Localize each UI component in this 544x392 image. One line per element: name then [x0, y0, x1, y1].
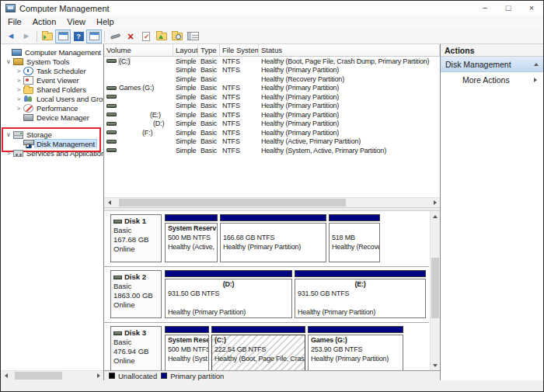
- actions-group-disk-management[interactable]: Disk Management: [441, 57, 543, 72]
- action-pane-toggle-icon[interactable]: [86, 29, 102, 43]
- close-button[interactable]: ×: [520, 1, 543, 16]
- volume-row-f[interactable]: (F:) Simple Basic NTFS Healthy (Primary …: [104, 128, 440, 137]
- volume-list-horizontal-scrollbar[interactable]: [104, 197, 440, 207]
- pointer-icon[interactable]: [107, 29, 123, 43]
- maximize-button[interactable]: □: [497, 1, 520, 16]
- expander-icon[interactable]: >: [14, 77, 23, 84]
- volume-status: Healthy (Primary Partition): [259, 111, 440, 119]
- scrollbar-thumb[interactable]: [431, 258, 439, 319]
- sidebar-item-event-viewer[interactable]: > Event Viewer: [1, 75, 103, 85]
- folder-icon[interactable]: [40, 29, 55, 43]
- partition-games-g[interactable]: Games (G:) 253.90 GB NTFS Healthy (Prima…: [308, 326, 403, 370]
- volume-filesystem: NTFS: [220, 84, 259, 92]
- folder-search-icon[interactable]: [169, 29, 185, 43]
- volume-row-d[interactable]: (D:) Simple Basic NTFS Healthy (Primary …: [104, 120, 440, 129]
- volume-name: (D:): [153, 120, 164, 127]
- minimize-button[interactable]: −: [473, 1, 497, 16]
- sidebar-item-system-tools[interactable]: ∨ System Tools: [1, 57, 103, 66]
- menu-action[interactable]: Action: [27, 16, 62, 29]
- sidebar-item-disk-management[interactable]: Disk Management: [1, 139, 103, 148]
- volume-filesystem: NTFS: [220, 147, 259, 154]
- volume-row-blank[interactable]: Simple Basic NTFS Healthy (Active, Prima…: [104, 137, 440, 147]
- volume-row-blank[interactable]: Simple Basic Healthy (Recovery Partition…: [104, 75, 440, 84]
- expander-icon[interactable]: >: [14, 105, 23, 112]
- sidebar-item-local-users-and-groups[interactable]: > Local Users and Groups: [1, 94, 103, 103]
- window-controls: −□×: [473, 1, 543, 16]
- column-header-layout[interactable]: Layout: [173, 44, 198, 57]
- center-pane: VolumeLayoutTypeFile SystemStatus (C:) S…: [104, 44, 440, 380]
- legend-item-unallocated: Unallocated: [109, 372, 157, 380]
- expander-icon[interactable]: ∨: [4, 131, 13, 138]
- folder-up-icon[interactable]: [154, 29, 169, 43]
- sidebar-item-services-and-applications[interactable]: > Services and Applications: [1, 148, 103, 158]
- collapse-chevron-icon[interactable]: [534, 63, 539, 66]
- sidebar-item-storage[interactable]: ∨ Storage: [1, 130, 103, 139]
- sidebar-horizontal-scrollbar[interactable]: [1, 370, 103, 380]
- partition-c[interactable]: (C:) 222.54 GB NTFS Healthy (Boot, Page …: [211, 326, 305, 370]
- volume-row-blank[interactable]: Simple Basic NTFS Healthy (Primary Parti…: [104, 92, 440, 102]
- scroll-left-button[interactable]: [1, 371, 11, 380]
- expander-icon[interactable]: >: [14, 68, 23, 75]
- volume-row-c[interactable]: (C:) Simple Basic NTFS Healthy (Boot, Pa…: [104, 57, 440, 66]
- volume-row-blank[interactable]: Simple Basic NTFS Healthy (System, Activ…: [104, 146, 440, 155]
- sidebar-item-task-scheduler[interactable]: > Task Scheduler: [1, 66, 103, 75]
- scrollbar-track[interactable]: [11, 371, 93, 380]
- partition-color-bar: [329, 214, 380, 221]
- partition-unnamed[interactable]: 166.68 GB NTFS Healthy (Primary Partitio…: [220, 214, 326, 262]
- volume-row-blank[interactable]: Simple Basic NTFS Healthy (Primary Parti…: [104, 66, 440, 75]
- volume-row-blank[interactable]: Simple Basic NTFS Healthy (Primary Parti…: [104, 102, 440, 111]
- partition-status: Healthy (Active,: [168, 243, 214, 251]
- column-header-status[interactable]: Status: [259, 44, 440, 57]
- scroll-left-icon: [108, 200, 111, 205]
- partition-e[interactable]: (E:) 931.50 GB NTFS Healthy (Primary Par…: [295, 270, 426, 318]
- scroll-right-button[interactable]: [93, 371, 103, 380]
- disk-label[interactable]: Disk 1 Basic 167.68 GB Online: [110, 214, 162, 262]
- scrollbar-thumb[interactable]: [119, 199, 346, 206]
- volume-status: Healthy (Active, Primary Partition): [259, 137, 440, 145]
- sidebar-item-shared-folders[interactable]: > Shared Folders: [1, 85, 103, 94]
- scrollbar-track[interactable]: [114, 198, 430, 207]
- volume-row-games-g[interactable]: Games (G:) Simple Basic NTFS Healthy (Pr…: [104, 84, 440, 93]
- volume-type: Basic: [198, 111, 220, 119]
- properties-icon[interactable]: [185, 29, 201, 43]
- sidebar-item-computer-management-local[interactable]: Computer Management (Local: [1, 47, 103, 57]
- expander-icon[interactable]: >: [14, 86, 23, 93]
- disk-label[interactable]: Disk 2 Basic 1863.00 GB Online: [110, 270, 162, 318]
- volume-row-e[interactable]: (E:) Simple Basic NTFS Healthy (Primary …: [104, 110, 440, 120]
- menu-view[interactable]: View: [61, 16, 91, 29]
- scroll-right-button[interactable]: [430, 198, 440, 207]
- scroll-left-button[interactable]: [104, 198, 114, 207]
- properties-icon-glyph: [187, 32, 199, 40]
- disk-view-vertical-scrollbar[interactable]: [430, 211, 440, 370]
- forward-icon[interactable]: ►: [19, 29, 34, 43]
- expander-icon[interactable]: >: [14, 95, 23, 102]
- partition-system-reserv[interactable]: System Reserv 500 MB NTFS Healthy (Activ…: [165, 214, 218, 262]
- scroll-up-button[interactable]: [431, 211, 440, 221]
- console-tree-toggle-icon[interactable]: [55, 29, 71, 43]
- scrollbar-thumb[interactable]: [15, 372, 62, 380]
- partition-d[interactable]: (D:) 931.50 GB NTFS Healthy (Primary Par…: [165, 270, 292, 318]
- partition-system-rese[interactable]: System Rese 500 MB NTFS Healthy (Syst: [165, 326, 209, 370]
- delete-icon[interactable]: ×: [123, 29, 138, 43]
- menu-file[interactable]: File: [2, 16, 27, 29]
- expander-icon[interactable]: ∨: [4, 58, 13, 65]
- expander-icon[interactable]: >: [4, 150, 13, 157]
- column-header-volume[interactable]: Volume: [104, 44, 173, 57]
- volume-layout: Simple: [173, 147, 198, 154]
- action-pane-toggle-icon-glyph: [89, 32, 99, 40]
- check-document-icon[interactable]: [138, 29, 154, 43]
- scrollbar-track[interactable]: [431, 221, 440, 360]
- more-actions-item[interactable]: More Actions: [441, 72, 543, 88]
- menu-help[interactable]: Help: [91, 16, 120, 29]
- column-header-file-system[interactable]: File System: [220, 44, 259, 57]
- column-header-type[interactable]: Type: [198, 44, 220, 57]
- help-icon[interactable]: ?: [71, 29, 86, 43]
- sidebar-item-device-manager[interactable]: Device Manager: [1, 113, 103, 122]
- scroll-down-button[interactable]: [431, 360, 440, 370]
- back-icon[interactable]: ◄: [3, 29, 19, 43]
- partition-unnamed[interactable]: 518 MB Healthy (Recove: [329, 214, 380, 262]
- sidebar-item-performance[interactable]: > Performance: [1, 103, 103, 113]
- volume-layout: Simple: [173, 84, 198, 92]
- legend-item-primary-partition: Primary partition: [161, 372, 224, 380]
- disk-label[interactable]: Disk 3 Basic 476.94 GB Online: [110, 326, 162, 370]
